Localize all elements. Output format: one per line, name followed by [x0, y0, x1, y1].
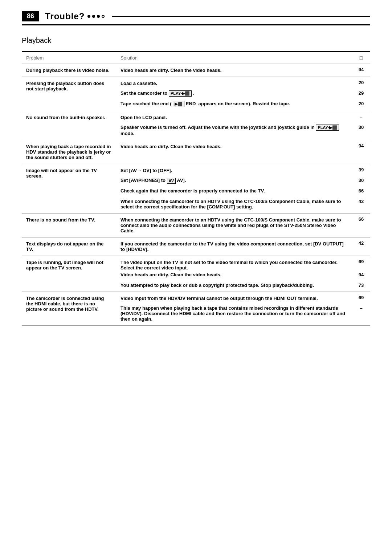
solution-cell: Set the camcorder to PLAY·▶⬛ .: [116, 89, 352, 99]
solution-cell: When connecting the camcorder to an HDTV…: [116, 197, 352, 214]
solution-cell: Video heads are dirty. Clean the video h…: [116, 271, 352, 281]
solution-cell: When connecting the camcorder to an HDTV…: [116, 214, 352, 237]
table-row: Pressing the playback button does not st…: [22, 77, 370, 89]
page: 86 Trouble? Playback Problem Solution □ …: [0, 0, 392, 557]
table-row: No sound from the built-in speaker.Open …: [22, 111, 370, 123]
book-icon: □: [360, 55, 363, 61]
table-row: Image will not appear on the TV screen.S…: [22, 164, 370, 176]
solution-cell: Tape reached the end ( ▶⬛ END appears on…: [116, 99, 352, 111]
solution-cell: Video heads are dirty. Clean the video h…: [116, 64, 352, 77]
problem-cell: During playback there is video noise.: [22, 64, 116, 77]
col-header-book: □: [352, 52, 370, 64]
solution-cell: Set [AV/PHONES] to AV AV].: [116, 176, 352, 187]
solution-cell: Set [AV→ DV] to [OFF].: [116, 164, 352, 176]
solution-cell: Open the LCD panel.: [116, 111, 352, 123]
table-row: When playing back a tape recorded in HDV…: [22, 140, 370, 164]
page-ref: 73: [352, 281, 370, 292]
solution-cell: Video input from the HDV/DV terminal can…: [116, 292, 352, 304]
col-header-problem: Problem: [22, 52, 116, 64]
table-row: Tape is running, but image will not appe…: [22, 256, 370, 271]
solution-cell: Load a cassette.: [116, 77, 352, 89]
solution-cell: Video heads are dirty. Clean the video h…: [116, 140, 352, 164]
table-row: There is no sound from the TV.When conne…: [22, 214, 370, 237]
table-row: The camcorder is connected using the HDM…: [22, 292, 370, 304]
page-ref: 94: [352, 64, 370, 77]
header-line: [112, 16, 370, 17]
page-ref: 66: [352, 214, 370, 237]
section-title: Playback: [22, 36, 370, 45]
problem-cell: Pressing the playback button does not st…: [22, 77, 116, 111]
problem-cell: The camcorder is connected using the HDM…: [22, 292, 116, 326]
page-ref: –: [352, 111, 370, 123]
table-row: During playback there is video noise.Vid…: [22, 64, 370, 77]
page-ref: 30: [352, 176, 370, 187]
trouble-table: Problem Solution □ During playback there…: [22, 51, 370, 326]
table-row: Text displays do not appear on the TV.If…: [22, 237, 370, 256]
page-ref: 94: [352, 271, 370, 281]
problem-cell: Image will not appear on the TV screen.: [22, 164, 116, 214]
problem-cell: When playing back a tape recorded in HDV…: [22, 140, 116, 164]
problem-cell: There is no sound from the TV.: [22, 214, 116, 237]
dot-1: [87, 15, 90, 18]
page-ref: 42: [352, 237, 370, 256]
page-ref: 39: [352, 164, 370, 176]
page-ref: 69: [352, 292, 370, 304]
solution-cell: Check again that the camcorder is proper…: [116, 187, 352, 197]
page-ref: –: [352, 304, 370, 326]
solution-cell: This may happen when playing back a tape…: [116, 304, 352, 326]
page-ref: 66: [352, 187, 370, 197]
problem-cell: Tape is running, but image will not appe…: [22, 256, 116, 292]
solution-cell: The video input on the TV is not set to …: [116, 256, 352, 271]
page-number: 86: [22, 11, 39, 21]
page-ref: 42: [352, 197, 370, 214]
table-header-row: Problem Solution □: [22, 52, 370, 64]
play-vcr-badge: PLAY·▶⬛: [169, 90, 192, 97]
solution-cell: If you connected the camcorder to the TV…: [116, 237, 352, 256]
page-ref: 30: [352, 123, 370, 140]
dot-3: [97, 15, 100, 18]
page-ref: 69: [352, 256, 370, 271]
dot-4: [102, 15, 105, 18]
page-ref: 29: [352, 89, 370, 99]
col-header-solution: Solution: [116, 52, 352, 64]
play-vcr-badge2: PLAY·▶⬛: [316, 125, 339, 131]
page-ref: 94: [352, 140, 370, 164]
page-ref: 20: [352, 77, 370, 89]
dot-2: [92, 15, 95, 18]
av-badge: AV: [167, 178, 176, 184]
end-badge: ▶⬛: [173, 101, 184, 107]
page-title: Trouble?: [45, 11, 85, 21]
problem-cell: Text displays do not appear on the TV.: [22, 237, 116, 256]
problem-cell: No sound from the built-in speaker.: [22, 111, 116, 140]
solution-cell: Speaker volume is turned off. Adjust the…: [116, 123, 352, 140]
page-header: 86 Trouble?: [22, 11, 370, 25]
header-dots: [87, 15, 106, 18]
solution-cell: You attempted to play back or dub a copy…: [116, 281, 352, 292]
page-ref: 20: [352, 99, 370, 111]
